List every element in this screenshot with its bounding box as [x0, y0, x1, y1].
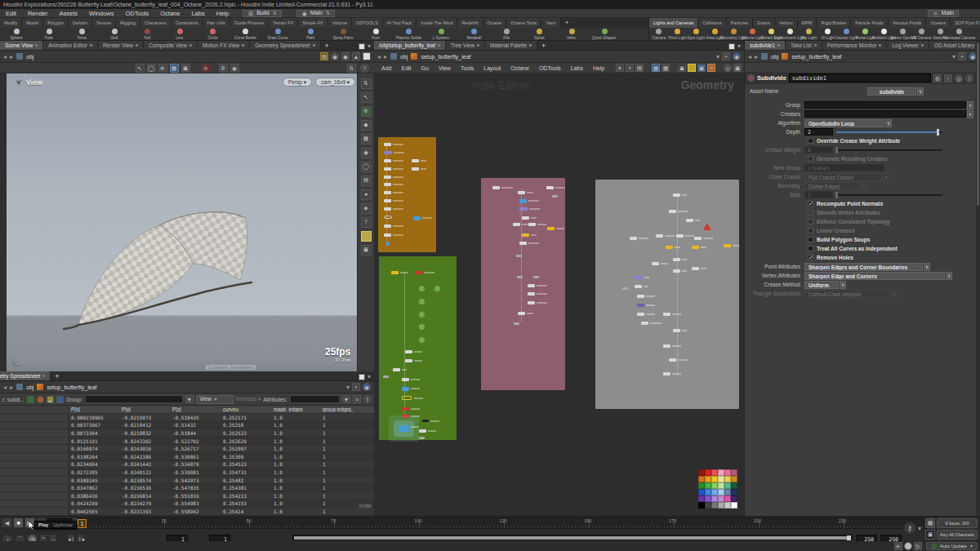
slider-handle[interactable] — [937, 129, 939, 136]
color-palette[interactable] — [698, 469, 737, 509]
handles-icon[interactable]: ⊕ — [361, 106, 372, 117]
shelf-tab-guide-process[interactable]: Guide Process — [230, 18, 269, 28]
pane-menu-icon[interactable]: ▾ — [368, 373, 371, 380]
menu-arrow-icon[interactable]: ▾ — [967, 110, 973, 118]
graph-node[interactable] — [694, 237, 702, 240]
tab-composite-view[interactable]: Composite View — [144, 41, 198, 50]
path-crumb-obj[interactable]: obj — [26, 384, 33, 390]
scene-viewport[interactable] — [7, 73, 357, 371]
checkbox[interactable] — [808, 237, 813, 242]
palette-swatch[interactable] — [731, 476, 737, 482]
shelf-tab-redshift[interactable]: Redshift — [457, 18, 483, 28]
tab-render-view[interactable]: Render View — [98, 41, 144, 50]
tab-od-asset-library[interactable]: OD Asset Library — [929, 41, 980, 50]
pin-icon[interactable]: + — [352, 383, 360, 391]
shelf-tab-vellum[interactable]: Vellum — [775, 18, 798, 28]
graph-node[interactable] — [519, 199, 527, 203]
tab-subdivide1[interactable]: subdivide1 — [745, 41, 786, 50]
intrinsics-dropdown[interactable]: Intrinsics ▾ — [236, 396, 261, 402]
scrollbar[interactable] — [976, 41, 980, 516]
lasso-select-icon[interactable]: ◯ — [147, 64, 156, 73]
graph-node[interactable] — [402, 407, 409, 411]
param-slider[interactable] — [836, 194, 942, 196]
backdrop-mauve[interactable] — [481, 178, 565, 390]
viewer-node-label[interactable]: r: subdi... — [2, 397, 24, 402]
graph-node[interactable] — [415, 271, 422, 274]
graph-node[interactable] — [637, 304, 644, 307]
key-icon[interactable]: ⚷ — [903, 522, 916, 535]
path-forward-icon[interactable]: ▸ — [755, 53, 758, 60]
graph-node[interactable] — [724, 244, 731, 247]
palette-swatch[interactable] — [711, 469, 718, 476]
path-forward-icon[interactable]: ▸ — [10, 384, 13, 391]
graph-node[interactable] — [384, 191, 391, 194]
graph-node[interactable] — [405, 359, 412, 362]
shelf-tab-lights-and-cameras[interactable]: Lights and Cameras — [649, 18, 698, 28]
net-menu-tools[interactable]: Tools — [456, 65, 479, 71]
graph-node[interactable] — [656, 234, 663, 238]
net-menu-odtools[interactable]: ODTools — [534, 65, 566, 71]
keys-count-button[interactable]: 0 keys, 0/0 channels — [937, 518, 978, 528]
graph-node[interactable] — [663, 344, 670, 348]
graph-node[interactable] — [419, 312, 425, 318]
asset-name-dropdown[interactable]: subdivide — [867, 87, 916, 96]
shelf-tool-draw-curve[interactable]: Draw Curve — [261, 29, 294, 40]
graph-node[interactable] — [419, 437, 425, 439]
pin-icon[interactable]: + — [958, 52, 966, 60]
shelf-tool-platonic-solids[interactable]: Platonic Solids — [392, 29, 425, 40]
filter-icon[interactable]: ▼ — [185, 395, 194, 403]
group-input[interactable] — [85, 395, 183, 403]
shelf-tab-model[interactable]: Model — [22, 18, 43, 28]
palette-swatch[interactable] — [718, 495, 724, 502]
graph-node[interactable] — [384, 176, 391, 179]
param-input[interactable]: 2 — [804, 128, 833, 136]
chevron-updown-icon[interactable]: ⇅ — [861, 182, 867, 190]
move-tool-icon[interactable]: ⊕ — [158, 64, 167, 73]
graph-node[interactable] — [517, 276, 523, 278]
no-live-icon[interactable]: ⊘ — [202, 64, 211, 73]
backdrop-gray[interactable] — [595, 180, 739, 409]
param-slider[interactable] — [836, 149, 942, 151]
chevron-updown-icon[interactable]: ⇅ — [891, 290, 898, 298]
shelf-tool-tube[interactable]: Tube — [33, 29, 65, 40]
tab-tree-view[interactable]: Tree View — [446, 41, 485, 50]
table-row[interactable]: 0.0160974-0.0243016-0.5267170.2529971.01 — [0, 445, 374, 453]
view-dropdown[interactable]: View▾ — [196, 395, 234, 404]
param-dropdown[interactable]: OpenSubdiv Loop — [804, 119, 884, 127]
palette-swatch[interactable] — [705, 469, 711, 476]
graph-node[interactable] — [514, 322, 519, 325]
palette-swatch[interactable] — [711, 502, 718, 509]
shelf-tab-rigid-bodies[interactable]: Rigid Bodies — [817, 18, 851, 28]
message-log-icon[interactable]: ✳ — [894, 542, 902, 550]
new-shelf-tab-button[interactable]: + — [561, 18, 573, 28]
shelf-tool-gamepad-camera[interactable]: Gamepad Camera — [950, 29, 969, 40]
path-back-icon[interactable]: ◂ — [748, 53, 751, 60]
net-menu-labs[interactable]: Labs — [566, 65, 588, 71]
graph-node[interactable] — [692, 267, 699, 270]
material-toggle-icon[interactable]: ◈ — [361, 203, 372, 214]
graph-node[interactable] — [402, 378, 409, 381]
graph-node[interactable] — [384, 159, 391, 162]
graph-node[interactable] — [385, 242, 390, 246]
pane-maximize-icon[interactable] — [359, 374, 365, 380]
palette-swatch[interactable] — [724, 495, 731, 502]
path-menu-icon[interactable]: ▾ — [716, 53, 719, 60]
param-input[interactable]: 0 — [804, 146, 833, 153]
table-row[interactable]: 0.0198204-0.0242386-0.5308610.253991.01 — [0, 453, 374, 461]
points-mode-icon[interactable] — [27, 396, 34, 403]
shelf-tab-octane-tools[interactable]: Octane Tools — [506, 18, 541, 28]
tab-animation-editor[interactable]: Animation Editor — [43, 41, 98, 50]
palette-swatch[interactable] — [711, 495, 718, 502]
graph-node[interactable] — [412, 167, 419, 171]
shelf-tab-ai-tool-pack[interactable]: AI Tool Pack — [383, 18, 416, 28]
graph-node[interactable] — [518, 191, 525, 194]
character-icon[interactable]: ▲ — [352, 52, 360, 60]
prims-mode-icon[interactable] — [37, 396, 44, 403]
table-row[interactable]: 0.000210965-0.0215973-0.5104350.2521711.… — [0, 414, 374, 422]
table-row[interactable]: 0.0386436-0.0236814-0.5510160.2542131.01 — [0, 492, 374, 500]
right-desktop-selector[interactable]: ≡ Main — [928, 10, 959, 17]
menu-odtools[interactable]: ODTools — [120, 9, 155, 18]
param-input[interactable] — [804, 110, 966, 118]
graph-node[interactable] — [630, 237, 637, 240]
net-menu-edit[interactable]: Edit — [396, 65, 416, 71]
